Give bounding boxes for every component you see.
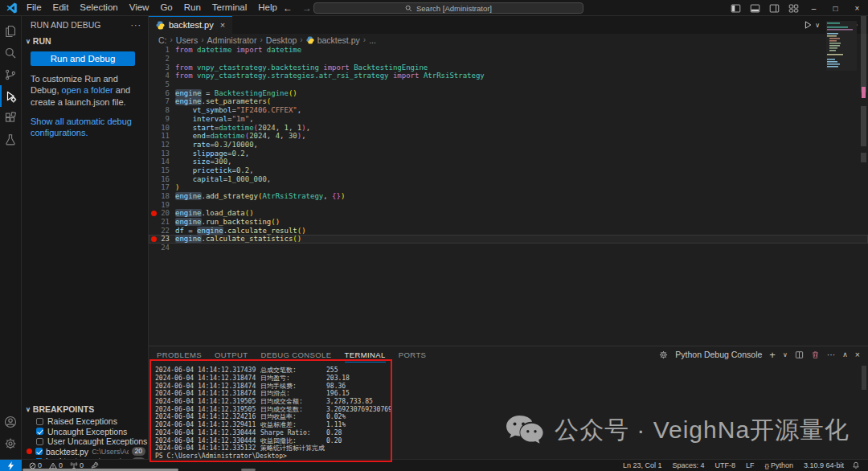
terminal-scrollbar[interactable] — [862, 366, 866, 390]
account-icon[interactable] — [0, 411, 21, 432]
toggle-panel-icon[interactable] — [745, 0, 764, 16]
minimap[interactable] — [826, 21, 857, 71]
editor-scrollbar[interactable] — [860, 16, 867, 316]
breakpoint-file-row[interactable]: backtest.pyC:\Users\Administra...20 — [22, 447, 149, 457]
line-number[interactable]: 12 — [157, 141, 175, 149]
kill-terminal-icon[interactable] — [811, 350, 820, 359]
line-number[interactable]: 22 — [157, 227, 175, 235]
close-panel-icon[interactable]: × — [855, 350, 860, 359]
line-number[interactable]: 15 — [157, 166, 175, 174]
gutter[interactable]: 13 — [149, 149, 175, 158]
gutter[interactable]: 6 — [149, 89, 175, 97]
line-number[interactable]: 3 — [157, 63, 175, 72]
gutter[interactable]: 2 — [149, 55, 175, 63]
line-number[interactable]: 17 — [157, 183, 175, 191]
gutter[interactable]: 23 — [149, 235, 175, 243]
toggle-secondary-sidebar-icon[interactable] — [764, 0, 784, 16]
line-number[interactable]: 1 — [157, 46, 175, 54]
menu-edit[interactable]: Edit — [47, 0, 75, 16]
line-number[interactable]: 23 — [157, 235, 175, 243]
run-and-debug-button[interactable]: Run and Debug — [31, 51, 135, 66]
menu-file[interactable]: File — [21, 0, 47, 16]
gutter[interactable]: 22 — [149, 227, 175, 235]
gutter[interactable]: 17 — [149, 183, 175, 191]
gutter[interactable]: 24 — [149, 244, 175, 252]
panel-tab-terminal[interactable]: TERMINAL — [345, 346, 386, 362]
line-number[interactable]: 4 — [157, 72, 175, 80]
gutter[interactable]: 7 — [149, 97, 175, 105]
gutter[interactable]: 19 — [149, 201, 175, 209]
line-number[interactable]: 2 — [157, 55, 175, 63]
breadcrumb-item[interactable]: backtest.py — [317, 35, 360, 45]
line-number[interactable]: 18 — [157, 192, 175, 200]
menu-go[interactable]: Go — [154, 0, 178, 16]
tab-backtest-py[interactable]: backtest.py × — [149, 16, 232, 34]
gutter[interactable]: 11 — [149, 132, 175, 140]
nav-forward-icon[interactable]: → — [302, 2, 312, 14]
maximize-button[interactable]: □ — [825, 0, 846, 16]
split-terminal-icon[interactable] — [795, 350, 804, 359]
gutter[interactable]: 18 — [149, 192, 175, 200]
run-dropdown-icon[interactable]: ∨ — [815, 22, 820, 29]
gutter[interactable]: 8 — [149, 106, 175, 114]
sidebar-more-actions-icon[interactable]: ··· — [131, 20, 142, 30]
search-view-icon[interactable] — [0, 42, 21, 63]
show-debug-configurations-link[interactable]: Show all automatic debug configurations. — [31, 116, 137, 139]
gutter[interactable]: 9 — [149, 115, 175, 123]
new-terminal-icon[interactable]: + — [769, 349, 776, 361]
gutter[interactable]: 1 — [149, 46, 175, 54]
panel-more-actions-icon[interactable]: ··· — [827, 350, 836, 359]
line-number[interactable]: 9 — [157, 115, 175, 123]
gutter[interactable]: 15 — [149, 166, 175, 174]
line-number[interactable]: 8 — [157, 106, 175, 114]
menu-view[interactable]: View — [124, 0, 155, 16]
checkbox[interactable] — [36, 438, 43, 445]
code-editor[interactable]: 1from datetime import datetime23from vnp… — [149, 46, 868, 346]
run-python-file-icon[interactable] — [803, 20, 813, 30]
menu-terminal[interactable]: Terminal — [207, 0, 252, 16]
gutter[interactable]: 3 — [149, 63, 175, 72]
source-control-icon[interactable] — [0, 63, 21, 85]
panel-tab-output[interactable]: OUTPUT — [215, 346, 248, 362]
line-number[interactable]: 10 — [157, 124, 175, 132]
breadcrumb-item[interactable]: C: — [158, 35, 167, 45]
settings-gear-icon[interactable] — [0, 432, 21, 454]
menu-run[interactable]: Run — [178, 0, 207, 16]
line-number[interactable]: 7 — [157, 97, 175, 105]
gutter[interactable]: 12 — [149, 141, 175, 149]
run-and-debug-icon[interactable] — [0, 85, 21, 107]
menu-help[interactable]: Help — [252, 0, 283, 16]
nav-back-icon[interactable]: ← — [283, 2, 293, 14]
breadcrumb-item[interactable]: ... — [369, 35, 376, 45]
testing-icon[interactable] — [0, 129, 21, 150]
checkbox[interactable] — [36, 428, 43, 435]
panel-tab-problems[interactable]: PROBLEMS — [157, 346, 202, 362]
line-number[interactable]: 5 — [157, 80, 175, 88]
gutter[interactable]: 14 — [149, 158, 175, 166]
line-number[interactable]: 21 — [157, 218, 175, 226]
maximize-panel-icon[interactable]: ∧ — [842, 350, 848, 358]
line-number[interactable]: 19 — [157, 201, 175, 209]
gutter[interactable]: 4 — [149, 72, 175, 80]
line-number[interactable]: 11 — [157, 132, 175, 140]
menu-selection[interactable]: Selection — [74, 0, 123, 16]
gutter[interactable]: 21 — [149, 218, 175, 226]
extensions-icon[interactable] — [0, 107, 21, 129]
line-number[interactable]: 13 — [157, 149, 175, 158]
gutter[interactable]: 16 — [149, 175, 175, 183]
line-number[interactable]: 16 — [157, 175, 175, 183]
breakpoints-section-header[interactable]: ∨ BREAKPOINTS — [22, 402, 149, 416]
terminal-dropdown-icon[interactable]: ∨ — [783, 351, 788, 358]
breadcrumb-item[interactable]: Administrator — [207, 35, 257, 45]
toggle-sidebar-icon[interactable] — [726, 0, 745, 16]
open-folder-link[interactable]: open a folder — [62, 85, 113, 95]
run-section-header[interactable]: ∨ RUN — [22, 34, 148, 48]
close-window-button[interactable]: × — [846, 0, 868, 16]
line-number[interactable]: 14 — [157, 158, 175, 166]
gutter[interactable]: 20 — [149, 209, 175, 217]
checkbox[interactable] — [36, 418, 43, 425]
checkbox[interactable] — [35, 448, 43, 455]
panel-tab-debug-console[interactable]: DEBUG CONSOLE — [260, 346, 331, 362]
line-number[interactable]: 6 — [157, 89, 175, 97]
breadcrumb-item[interactable]: Users — [176, 35, 198, 45]
